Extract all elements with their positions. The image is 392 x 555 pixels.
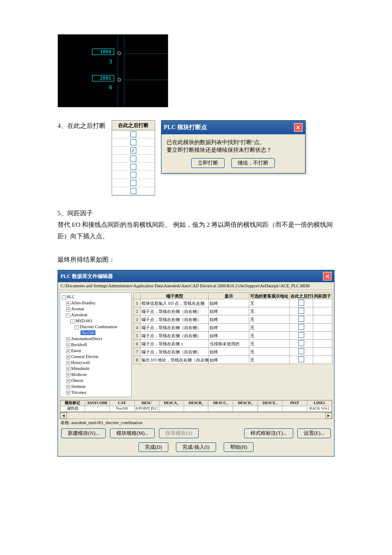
scroll-right-icon[interactable]: ► bbox=[325, 413, 332, 419]
attr-grid[interactable]: 模块标记ASSYCODECATDESCDESCA_DESCB_DESCC_DES… bbox=[60, 400, 332, 412]
save-module-button: 保存模块(S) bbox=[159, 428, 199, 438]
break-check-5[interactable] bbox=[130, 164, 136, 170]
plc-editor-window: PLC 数据库文件编辑器 ✕ C:\Documents and Settings… bbox=[58, 270, 334, 457]
wire-tag-1: 1004 bbox=[92, 49, 114, 55]
table-row[interactable]: 5端子点，导线在右侧（自右侧）始终无 bbox=[134, 332, 332, 340]
break-check-3[interactable] bbox=[130, 147, 136, 153]
break-check-1[interactable] bbox=[130, 131, 136, 137]
dialog-msg-2: 要立即打断模块还是继续保持未打断状态？ bbox=[167, 146, 300, 154]
scroll-left-icon[interactable]: ◄ bbox=[60, 413, 67, 419]
table-row[interactable]: 6端子点，导线在右侧 x当排除未使用的无 bbox=[134, 340, 332, 348]
style-button[interactable]: 样式框标注(T)... bbox=[244, 428, 293, 438]
tree-selected[interactable]: Nor100 bbox=[81, 330, 95, 335]
new-module-button[interactable]: 新建模块(N)... bbox=[61, 428, 106, 438]
break-check-4[interactable] bbox=[130, 156, 136, 162]
section-5-text: 替代 I/O 和接线点间距的当前横线间距。 例如，值为 2 将以两倍的横线间距（… bbox=[58, 219, 334, 242]
break-check-6[interactable] bbox=[130, 172, 136, 178]
table-name-label: 表格: autodesk_msd-001_discrete_combinatio… bbox=[58, 419, 334, 427]
table-row[interactable]: 4端子点，导线在右侧（自右侧）始终无 bbox=[134, 324, 332, 332]
h-scrollbar[interactable]: ◄ ► bbox=[60, 412, 332, 419]
break-check-2[interactable] bbox=[130, 139, 136, 145]
break-dialog: PLC 模块打断点 ✕ 已在此模块的数据列表中找到"打断"点。 要立即打断模块还… bbox=[161, 120, 306, 173]
done-insert-button[interactable]: 完成/插入(I) bbox=[176, 442, 216, 452]
pin-num-2: 6 bbox=[109, 85, 112, 90]
continue-button[interactable]: 继续，不打断 bbox=[231, 158, 275, 168]
help-button[interactable]: 帮助(H) bbox=[224, 442, 254, 452]
editor-close-icon[interactable]: ✕ bbox=[323, 272, 331, 280]
table-row[interactable]: 8输出 I/O 地址，导线在右侧（自左侧）始终无 bbox=[134, 356, 332, 364]
editor-title: PLC 数据库文件编辑器 bbox=[61, 274, 113, 279]
dialog-title: PLC 模块打断点 bbox=[164, 124, 208, 130]
break-check-8[interactable] bbox=[130, 188, 136, 194]
break-list-header: 在此之后打断 bbox=[112, 121, 155, 130]
break-now-button[interactable]: 立即打断 bbox=[191, 158, 225, 168]
final-result-label: 最终所得结果如图： bbox=[58, 254, 334, 266]
plc-tree[interactable]: -PLC +Allen-Bradley +Aromat -Autodesk -M… bbox=[60, 292, 132, 397]
section-5-label: 5、间距因子 bbox=[58, 208, 334, 219]
table-row[interactable]: 7端子点，导线在右侧（自右侧）始终无 bbox=[134, 348, 332, 356]
wire-tag-2: 2001 bbox=[92, 75, 114, 81]
dialog-msg-1: 已在此模块的数据列表中找到"打断"点。 bbox=[167, 139, 300, 146]
terminal-grid[interactable]: 端子类型 显示 可选的更客观示地址 在此之后打断 间距因子 1模块信息输入 I/… bbox=[133, 292, 332, 364]
section-4-label: 4、在此之后打断 bbox=[58, 120, 106, 130]
close-icon[interactable]: ✕ bbox=[294, 123, 303, 132]
table-row[interactable]: 3端子点，导线在右侧（自右侧）始终无 bbox=[134, 315, 332, 324]
break-after-list: 在此之后打断 bbox=[112, 120, 155, 196]
editor-path: C:\Documents and Settings\Administrator\… bbox=[58, 282, 334, 290]
done-button[interactable]: 完成(D) bbox=[138, 442, 169, 452]
table-row[interactable]: 1模块信息输入 I/O 点，导线在左侧始终无 bbox=[134, 299, 332, 307]
table-row[interactable]: 2端子点，导线在右侧（自右侧）始终无 bbox=[134, 307, 332, 315]
break-check-7[interactable] bbox=[130, 180, 136, 186]
pin-num-1: 3 bbox=[109, 59, 112, 64]
module-spec-button[interactable]: 模块规格(M)... bbox=[110, 428, 155, 438]
settings-button[interactable]: 设置(E)... bbox=[297, 428, 331, 438]
cad-screenshot: 1004 2001 3 6 bbox=[58, 34, 168, 107]
